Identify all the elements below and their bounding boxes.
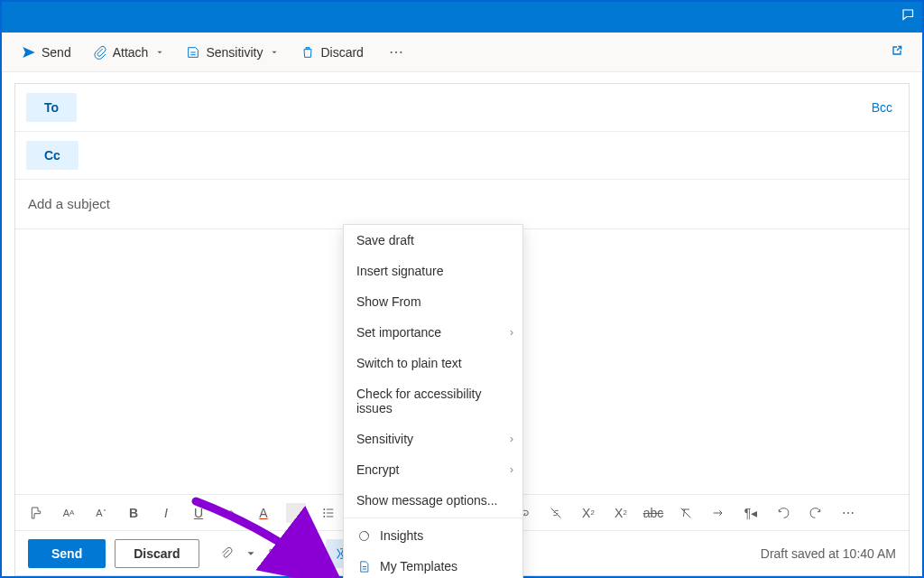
strikethrough-icon[interactable]: abc <box>643 503 663 523</box>
chevron-right-icon: › <box>510 463 513 476</box>
menu-encrypt[interactable]: Encrypt› <box>344 454 522 485</box>
menu-save-draft[interactable]: Save draft <box>344 225 522 256</box>
bold-icon[interactable]: B <box>124 503 143 523</box>
svg-point-2 <box>323 516 325 517</box>
cc-button[interactable]: Cc <box>26 141 79 170</box>
insights-icon <box>356 528 371 543</box>
unlink-icon[interactable] <box>546 503 566 523</box>
cc-input[interactable] <box>88 148 898 163</box>
svg-point-0 <box>323 508 325 510</box>
menu-set-importance[interactable]: Set importance› <box>344 317 522 348</box>
to-input[interactable] <box>86 100 857 115</box>
menu-sensitivity[interactable]: Sensitivity› <box>344 424 522 454</box>
paragraph-mark-icon[interactable]: ¶◂ <box>741 503 761 523</box>
highlight-icon[interactable] <box>221 503 241 523</box>
send-button[interactable]: Send <box>13 40 80 65</box>
undo-icon[interactable] <box>773 503 793 523</box>
discard-button-secondary[interactable]: Discard <box>115 539 199 568</box>
separator <box>286 503 306 523</box>
discard-label: Discard <box>320 45 363 60</box>
emoji-icon[interactable]: 😊 <box>293 539 322 568</box>
font-size-decrease-icon[interactable]: A˅ <box>91 503 111 523</box>
font-size-increase-icon[interactable]: AA <box>59 503 79 523</box>
menu-accessibility[interactable]: Check for accessibility issues <box>344 378 522 424</box>
subject-input[interactable] <box>28 196 896 211</box>
italic-icon[interactable]: I <box>156 503 176 523</box>
titlebar <box>2 2 922 33</box>
menu-switch-plain-text[interactable]: Switch to plain text <box>344 348 522 378</box>
menu-separator <box>344 517 522 518</box>
outlook-compose-window: Send Attach Sensitivity Discard ⋯ To Bcc <box>0 0 924 578</box>
cc-row: Cc <box>15 132 909 180</box>
more-options-menu: Save draft Insert signature Show From Se… <box>343 224 523 578</box>
superscript-icon[interactable]: X2 <box>578 503 598 523</box>
compose-toolbar: Send Attach Sensitivity Discard ⋯ <box>2 33 922 72</box>
attach-icon[interactable] <box>212 539 241 568</box>
underline-icon[interactable]: U <box>189 503 208 523</box>
ltr-icon[interactable] <box>708 503 728 523</box>
chevron-down-icon <box>270 48 279 57</box>
bcc-button[interactable]: Bcc <box>866 97 898 118</box>
menu-show-from[interactable]: Show From <box>344 286 522 317</box>
font-color-icon[interactable]: A <box>254 503 273 523</box>
chevron-down-icon <box>155 48 164 57</box>
image-icon[interactable] <box>261 539 290 568</box>
send-button-primary[interactable]: Send <box>28 539 106 568</box>
subject-row <box>15 180 909 229</box>
compose-area: To Bcc Cc AA A˅ B I U A <box>2 72 922 576</box>
chevron-right-icon: › <box>510 326 513 339</box>
sensitivity-label: Sensitivity <box>206 45 263 60</box>
discard-button[interactable]: Discard <box>291 40 372 65</box>
feedback-icon[interactable] <box>901 7 917 27</box>
menu-insights[interactable]: Insights <box>344 520 522 551</box>
attach-chevron[interactable] <box>245 539 257 568</box>
menu-my-templates[interactable]: My Templates <box>344 551 522 578</box>
draft-status: Draft saved at 10:40 AM <box>761 546 896 561</box>
to-row: To Bcc <box>15 84 909 132</box>
more-formatting-icon[interactable]: ⋯ <box>838 503 858 523</box>
sensitivity-button[interactable]: Sensitivity <box>177 40 288 65</box>
subscript-icon[interactable]: X2 <box>611 503 631 523</box>
toolbar-more-button[interactable]: ⋯ <box>382 38 411 66</box>
menu-insert-signature[interactable]: Insert signature <box>344 256 522 286</box>
send-label: Send <box>42 45 71 60</box>
chevron-right-icon: › <box>510 433 513 445</box>
svg-point-1 <box>323 512 325 514</box>
attach-button[interactable]: Attach <box>84 40 174 65</box>
to-button[interactable]: To <box>26 93 77 122</box>
redo-icon[interactable] <box>806 503 826 523</box>
format-painter-icon[interactable] <box>26 503 46 523</box>
templates-icon <box>356 559 371 573</box>
bullets-icon[interactable] <box>319 503 338 523</box>
attach-label: Attach <box>113 45 149 60</box>
clear-formatting-icon[interactable] <box>676 503 696 523</box>
menu-message-options[interactable]: Show message options... <box>344 485 522 516</box>
popout-button[interactable] <box>882 38 911 67</box>
